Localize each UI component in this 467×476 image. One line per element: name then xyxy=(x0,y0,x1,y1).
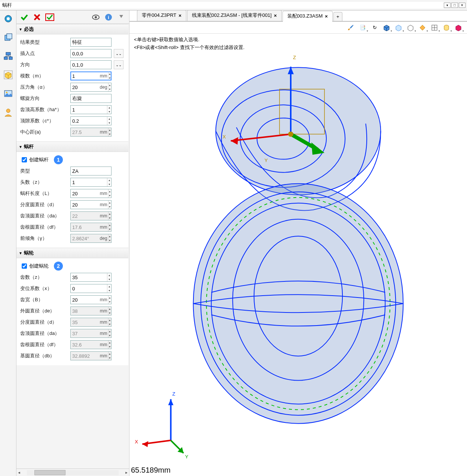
document-tabs: 零件004.Z3PRT× 线束装配002.Z3ASM - [线束零件001]× … xyxy=(129,10,467,22)
close-icon[interactable]: × xyxy=(178,13,181,18)
3d-viewport[interactable]: <单击右键>获取数值输入选项. <F8>或者<Shift-roll> 查找下一个… xyxy=(129,34,467,476)
worm-heads-label: 头数（z） xyxy=(20,179,69,186)
cancel-button[interactable] xyxy=(31,12,43,22)
tab-asm003[interactable]: 装配003.Z3ASM× xyxy=(283,11,333,22)
wheel-shift-input[interactable]: ▲▼ xyxy=(70,284,112,293)
direction-more[interactable]: ⌄⌄ xyxy=(114,60,123,69)
tab-harness002[interactable]: 线束装配002.Z3ASM - [线束零件001]× xyxy=(187,10,282,21)
pressure-angle-input[interactable]: deg▲▼ xyxy=(70,83,112,92)
add-tab-button[interactable]: + xyxy=(333,12,342,21)
shaded-cube-icon[interactable] xyxy=(382,23,391,32)
action-row: i xyxy=(16,10,129,24)
wheel-width-input[interactable]: mm▲▼ xyxy=(70,295,112,304)
grid-cube-icon[interactable] xyxy=(430,23,439,32)
worm-gear-icon[interactable] xyxy=(2,13,14,25)
section-worm-header[interactable]: ▼蜗杆 xyxy=(16,141,128,152)
svg-point-18 xyxy=(216,67,381,195)
minimize-button[interactable]: □ xyxy=(451,3,458,8)
left-tool-strip xyxy=(0,10,16,476)
wheel-base-d-input: mm▲▼ xyxy=(70,351,112,360)
close-panel-button[interactable]: ✕ xyxy=(459,3,466,8)
close-icon[interactable]: × xyxy=(325,13,328,19)
wheel-pitch-d-label: 分度圆直径（d） xyxy=(20,319,69,326)
pin-button[interactable]: ▾ xyxy=(444,3,451,8)
clearance-coef-input[interactable]: ▲▼ xyxy=(70,116,112,125)
worm-heads-input[interactable]: ▲▼ xyxy=(70,178,112,187)
ok-button[interactable] xyxy=(19,12,30,22)
worm-root-d-input: mm▲▼ xyxy=(70,223,112,232)
nav-triad: Z X Y xyxy=(135,391,188,460)
wheel-teeth-label: 齿数（z） xyxy=(20,274,69,281)
cylinder-icon[interactable] xyxy=(442,23,451,32)
close-icon[interactable]: × xyxy=(274,13,277,18)
pressure-angle-label: 压力角（α） xyxy=(20,84,69,91)
svg-text:Z: Z xyxy=(293,55,296,60)
apply-button[interactable] xyxy=(44,12,55,22)
image-icon[interactable] xyxy=(2,88,14,100)
section-required-header[interactable]: ▼必选 xyxy=(16,24,128,34)
create-worm-checkbox[interactable] xyxy=(22,157,27,162)
octa-icon[interactable] xyxy=(418,23,427,32)
scene-svg: Z X Y Z X Y xyxy=(129,34,467,476)
section-wheel-header[interactable]: ▼蜗轮 xyxy=(16,248,128,258)
svg-point-9 xyxy=(6,92,7,93)
worm-lead-angle-label: 前倾角（γ） xyxy=(20,235,69,242)
options-button[interactable] xyxy=(116,12,127,22)
worm-tip-d-input: mm▲▼ xyxy=(70,211,112,220)
module-input[interactable]: mm▲▼ xyxy=(70,71,112,80)
svg-text:Y: Y xyxy=(185,454,188,460)
panel-titlebar: 蜗杆 ▾ □ ✕ xyxy=(0,0,467,10)
worm-lead-angle-input: deg▲▼ xyxy=(70,234,112,243)
insert-point-label: 插入点 xyxy=(20,50,69,57)
worm-length-input[interactable]: mm▲▼ xyxy=(70,189,112,198)
badge-2: 2 xyxy=(54,262,63,271)
outline-cube-icon[interactable] xyxy=(406,23,415,32)
wheel-pitch-d-input: mm▲▼ xyxy=(70,318,112,327)
worm-length-label: 蜗杆长度（L） xyxy=(20,190,69,197)
spin-down[interactable]: ▼ xyxy=(108,76,111,80)
svg-point-1 xyxy=(7,17,10,20)
viewport-hints: <单击右键>获取数值输入选项. <F8>或者<Shift-roll> 查找下一个… xyxy=(134,36,244,52)
eye-button[interactable] xyxy=(90,12,101,22)
svg-point-37 xyxy=(288,131,293,137)
result-type-label: 结果类型 xyxy=(20,39,69,46)
tab-part004[interactable]: 零件004.Z3PRT× xyxy=(137,10,186,21)
helix-dir-select[interactable] xyxy=(70,94,112,103)
wire-cube-icon[interactable] xyxy=(394,23,403,32)
insert-point-input[interactable] xyxy=(70,49,112,58)
create-wheel-label: 创建蜗轮 xyxy=(29,263,49,269)
wheel-teeth-input[interactable]: ▲▼ xyxy=(70,273,112,282)
panel-h-scrollbar[interactable]: ◄► xyxy=(16,469,129,476)
tree-icon[interactable] xyxy=(2,50,14,62)
wheel-outer-d-input: mm▲▼ xyxy=(70,306,112,315)
worm-root-d-label: 齿根圆直径（df） xyxy=(20,224,69,231)
wheel-shift-label: 变位系数（x） xyxy=(20,285,69,292)
spin-up[interactable]: ▲ xyxy=(108,72,111,76)
svg-text:i: i xyxy=(108,15,109,20)
addendum-coef-input[interactable]: ▲▼ xyxy=(70,105,112,114)
svg-point-10 xyxy=(6,109,10,113)
create-wheel-checkbox[interactable] xyxy=(22,263,27,269)
wheel-base-d-label: 基圆直径（db） xyxy=(20,353,69,359)
wheel-outer-d-label: 外圆直径（de） xyxy=(20,308,69,314)
result-type-select[interactable] xyxy=(70,38,112,47)
rotate-icon[interactable]: ↻ xyxy=(370,23,379,32)
cube-icon[interactable] xyxy=(2,69,14,81)
layers-icon[interactable]: 📑 xyxy=(358,23,367,32)
insert-point-more[interactable]: ⌄⌄ xyxy=(114,49,123,58)
worm-type-label: 类型 xyxy=(20,168,69,174)
worm-pitch-d-label: 分度圆直径（d） xyxy=(20,201,69,208)
color-cube-icon[interactable] xyxy=(454,23,463,32)
user-icon[interactable] xyxy=(2,106,14,118)
block-icon[interactable] xyxy=(2,31,14,43)
direction-input[interactable] xyxy=(70,60,112,69)
svg-text:Y: Y xyxy=(265,158,268,163)
helix-dir-label: 螺旋方向 xyxy=(20,95,69,102)
wheel-tip-d-label: 齿顶圆直径（da） xyxy=(20,330,69,337)
svg-text:Z: Z xyxy=(172,391,175,397)
info-button[interactable]: i xyxy=(103,12,114,22)
worm-type-select[interactable] xyxy=(70,167,112,176)
worm-pitch-d-input[interactable]: mm▲▼ xyxy=(70,200,112,209)
panel-scroll[interactable]: ▼必选 结果类型 插入点 ⌄⌄ 方向 ⌄⌄ 模数（m） mm▲▼ 压力角（α） … xyxy=(16,24,129,469)
paint-icon[interactable]: 🖌️ xyxy=(346,23,355,32)
